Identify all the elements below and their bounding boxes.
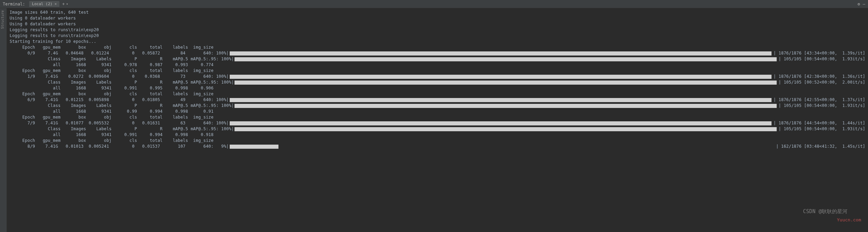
progress-bar bbox=[230, 98, 772, 102]
ide-left-gutter: Structure bbox=[0, 8, 7, 232]
progress-row: Class Images Labels P R mAP@.5 mAP@.5:.9… bbox=[10, 126, 865, 132]
log-line: Logging results to runs\train\exp20 bbox=[10, 27, 865, 33]
progress-prefix: 8/9 7.41G 0.01013 0.005241 0 0.01537 107… bbox=[10, 144, 229, 149]
progress-row: 0/9 7.4G 0.04648 0.01224 0 0.05872 84 64… bbox=[10, 50, 865, 56]
progress-suffix: | 105/105 [00:52<00:00, 2.00it/s] bbox=[779, 80, 865, 85]
progress-row: 1/9 7.41G 0.0272 0.009604 0 0.0368 73 64… bbox=[10, 74, 865, 80]
log-line: Using 0 dataloader workers bbox=[10, 21, 865, 27]
close-icon[interactable]: × bbox=[55, 2, 57, 6]
progress-row: Class Images Labels P R mAP@.5 mAP@.5:.9… bbox=[10, 80, 865, 85]
tab-dropdown-icon[interactable]: ▾ bbox=[66, 2, 68, 6]
progress-suffix: | 1876/1876 [42:55<00:00, 1.37s/it] bbox=[774, 97, 865, 103]
progress-bar bbox=[235, 81, 776, 85]
structure-tool-tab[interactable]: Structure bbox=[0, 8, 5, 31]
log-line: Epoch gpu_mem box obj cls total labels i… bbox=[10, 68, 865, 74]
progress-bar bbox=[235, 127, 776, 131]
progress-suffix: | 105/105 [00:54<00:00, 1.93it/s] bbox=[779, 103, 865, 109]
log-line: Using 0 dataloader workers bbox=[10, 15, 865, 21]
log-line: Epoch gpu_mem box obj cls total labels i… bbox=[10, 114, 865, 120]
progress-row: 7/9 7.41G 0.01077 0.005532 0 0.01631 63 … bbox=[10, 120, 865, 126]
progress-suffix: | 1876/1876 [42:38<00:00, 1.36s/it] bbox=[774, 74, 865, 80]
terminal-label: Terminal: bbox=[3, 2, 25, 7]
progress-suffix: | 105/105 [00:54<00:00, 1.93it/s] bbox=[779, 56, 865, 62]
log-line: Epoch gpu_mem box obj cls total labels i… bbox=[10, 91, 865, 97]
progress-suffix: | 1876/1876 [44:54<00:00, 1.44s/it] bbox=[774, 120, 865, 126]
progress-bar bbox=[235, 104, 776, 108]
log-line: all 1668 9341 0.991 0.994 0.998 0.918 bbox=[10, 132, 865, 138]
progress-prefix: Class Images Labels P R mAP@.5 mAP@.5:.9… bbox=[10, 103, 234, 109]
log-line: all 1668 9341 0.99 0.994 0.998 0.91 bbox=[10, 109, 865, 114]
progress-row: 6/9 7.41G 0.01215 0.005898 0 0.01805 49 … bbox=[10, 97, 865, 103]
tab-label: Local (2) bbox=[32, 2, 53, 6]
gear-icon[interactable]: ⚙ bbox=[858, 2, 860, 7]
progress-prefix: Class Images Labels P R mAP@.5 mAP@.5:.9… bbox=[10, 126, 234, 132]
minimize-icon[interactable]: — bbox=[863, 2, 865, 7]
progress-prefix: 1/9 7.41G 0.0272 0.009604 0 0.0368 73 64… bbox=[10, 74, 229, 80]
log-line: Epoch gpu_mem box obj cls total labels i… bbox=[10, 45, 865, 50]
progress-row: 8/9 7.41G 0.01013 0.005241 0 0.01537 107… bbox=[10, 144, 865, 149]
progress-bar bbox=[230, 51, 772, 56]
progress-bar bbox=[235, 57, 776, 61]
progress-prefix: 0/9 7.4G 0.04648 0.01224 0 0.05872 84 64… bbox=[10, 50, 229, 56]
progress-prefix: 7/9 7.41G 0.01077 0.005532 0 0.01631 63 … bbox=[10, 120, 229, 126]
progress-row: Class Images Labels P R mAP@.5 mAP@.5:.9… bbox=[10, 103, 865, 109]
log-line: Logging results to runs\train\exp20 bbox=[10, 33, 865, 39]
log-line: Starting training for 10 epochs... bbox=[10, 39, 865, 45]
terminal-titlebar: Terminal: Local (2) × + ▾ ⚙ — bbox=[0, 0, 868, 8]
progress-prefix: Class Images Labels P R mAP@.5 mAP@.5:.9… bbox=[10, 80, 234, 85]
progress-row: Class Images Labels P R mAP@.5 mAP@.5:.9… bbox=[10, 56, 865, 62]
log-line: all 1668 9341 0.991 0.995 0.998 0.906 bbox=[10, 85, 865, 91]
log-line: Epoch gpu_mem box obj cls total labels i… bbox=[10, 138, 865, 144]
log-line: all 1668 9341 0.978 0.987 0.993 0.774 bbox=[10, 62, 865, 68]
progress-suffix: | 1876/1876 [43:34<00:00, 1.39s/it] bbox=[774, 50, 865, 56]
terminal-tab[interactable]: Local (2) × bbox=[29, 1, 59, 7]
progress-suffix: | 105/105 [00:54<00:00, 1.93it/s] bbox=[779, 126, 865, 132]
new-tab-button[interactable]: + bbox=[62, 2, 65, 7]
progress-prefix: 6/9 7.41G 0.01215 0.005898 0 0.01805 49 … bbox=[10, 97, 229, 103]
progress-prefix: Class Images Labels P R mAP@.5 mAP@.5:.9… bbox=[10, 56, 234, 62]
progress-bar bbox=[230, 121, 772, 125]
terminal-output[interactable]: Image sizes 640 train, 640 testUsing 0 d… bbox=[7, 8, 868, 232]
progress-suffix: | 162/1876 [03:48<41:32, 1.45s/it] bbox=[776, 144, 865, 149]
progress-bar bbox=[230, 145, 774, 149]
log-line: Image sizes 640 train, 640 test bbox=[10, 10, 865, 15]
progress-bar bbox=[230, 75, 772, 79]
